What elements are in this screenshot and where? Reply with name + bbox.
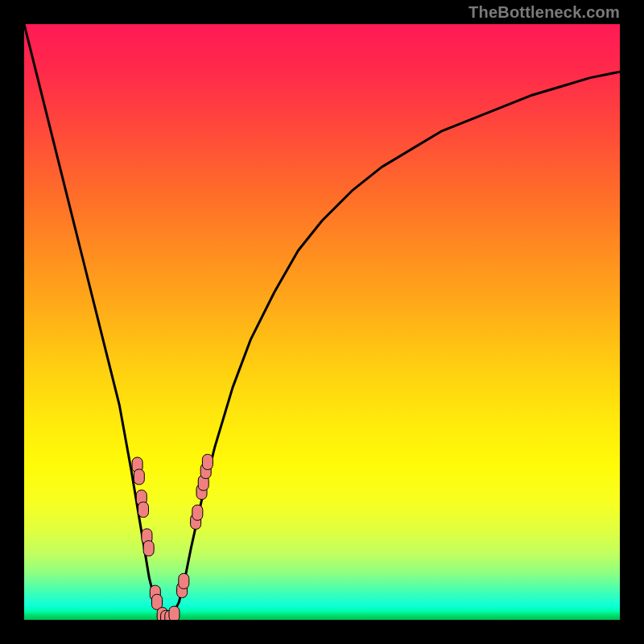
- chart-svg: [24, 24, 620, 620]
- bottleneck-curve: [24, 24, 620, 620]
- data-marker: [192, 505, 203, 520]
- data-marker: [179, 573, 189, 588]
- curve-layer: [24, 24, 620, 620]
- data-marker: [138, 502, 149, 518]
- data-marker: [143, 541, 154, 556]
- data-marker: [202, 454, 213, 469]
- marker-layer: [132, 454, 213, 620]
- watermark-text: TheBottleneck.com: [469, 0, 620, 24]
- chart-frame: TheBottleneck.com: [0, 0, 644, 644]
- data-marker: [169, 606, 180, 620]
- data-marker: [134, 469, 144, 485]
- plot-area: [24, 24, 620, 620]
